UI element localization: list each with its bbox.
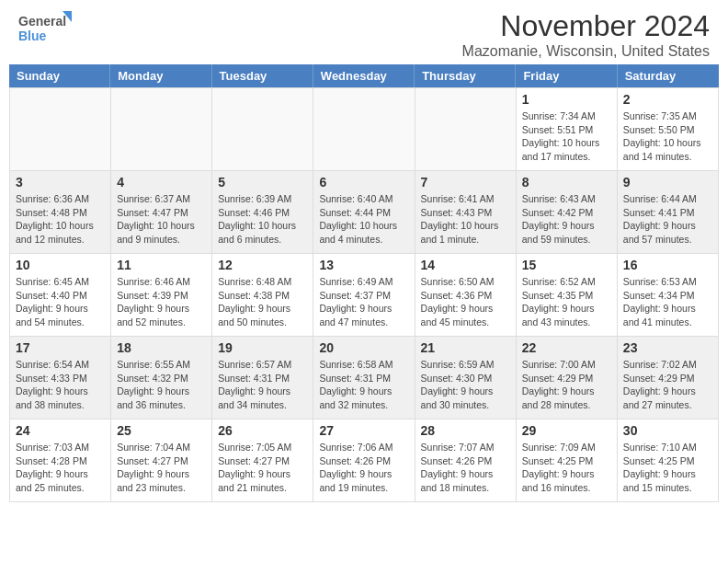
calendar-cell: 22Sunrise: 7:00 AM Sunset: 4:29 PM Dayli… [517,337,618,419]
day-info: Sunrise: 6:49 AM Sunset: 4:37 PM Dayligh… [319,275,408,329]
calendar-cell: 30Sunrise: 7:10 AM Sunset: 4:25 PM Dayli… [618,419,719,502]
day-number: 14 [421,258,510,272]
day-info: Sunrise: 6:57 AM Sunset: 4:31 PM Dayligh… [218,358,307,412]
calendar-cell: 9Sunrise: 6:44 AM Sunset: 4:41 PM Daylig… [618,171,719,254]
day-number: 4 [117,175,206,190]
day-number: 17 [16,340,105,355]
day-info: Sunrise: 6:53 AM Sunset: 4:34 PM Dayligh… [623,275,712,329]
calendar-cell: 19Sunrise: 6:57 AM Sunset: 4:31 PM Dayli… [212,337,313,419]
day-info: Sunrise: 6:58 AM Sunset: 4:31 PM Dayligh… [319,358,408,412]
calendar-cell: 3Sunrise: 6:36 AM Sunset: 4:48 PM Daylig… [10,171,111,254]
day-info: Sunrise: 7:02 AM Sunset: 4:29 PM Dayligh… [623,358,712,412]
day-number: 16 [623,258,712,272]
header-monday: Monday [110,64,211,87]
header-tuesday: Tuesday [212,64,313,87]
logo-svg: General Blue [18,9,74,46]
calendar-cell [10,88,111,171]
calendar-cell: 28Sunrise: 7:07 AM Sunset: 4:26 PM Dayli… [415,419,517,502]
day-number: 26 [218,423,307,438]
day-number: 13 [319,258,408,272]
day-info: Sunrise: 6:46 AM Sunset: 4:39 PM Dayligh… [117,275,206,329]
day-info: Sunrise: 6:36 AM Sunset: 4:48 PM Dayligh… [16,192,105,247]
day-info: Sunrise: 6:59 AM Sunset: 4:30 PM Dayligh… [421,358,510,412]
day-number: 29 [522,423,611,438]
calendar-cell: 21Sunrise: 6:59 AM Sunset: 4:30 PM Dayli… [415,337,517,419]
day-number: 1 [522,92,611,107]
calendar-cell: 1Sunrise: 7:34 AM Sunset: 5:51 PM Daylig… [517,88,618,171]
day-info: Sunrise: 6:48 AM Sunset: 4:38 PM Dayligh… [218,275,307,329]
calendar-cell: 14Sunrise: 6:50 AM Sunset: 4:36 PM Dayli… [415,254,517,337]
calendar-cell: 8Sunrise: 6:43 AM Sunset: 4:42 PM Daylig… [517,171,618,254]
header-saturday: Saturday [618,64,719,87]
day-info: Sunrise: 6:40 AM Sunset: 4:44 PM Dayligh… [319,192,408,247]
calendar-cell [313,88,415,171]
day-info: Sunrise: 6:41 AM Sunset: 4:43 PM Dayligh… [421,192,510,247]
calendar: Sunday Monday Tuesday Wednesday Thursday… [9,64,719,502]
calendar-cell: 23Sunrise: 7:02 AM Sunset: 4:29 PM Dayli… [618,337,719,419]
calendar-cell: 5Sunrise: 6:39 AM Sunset: 4:46 PM Daylig… [212,171,313,254]
calendar-cell: 15Sunrise: 6:52 AM Sunset: 4:35 PM Dayli… [517,254,618,337]
day-info: Sunrise: 7:06 AM Sunset: 4:26 PM Dayligh… [319,441,408,495]
header-wednesday: Wednesday [313,64,415,87]
day-number: 10 [16,258,105,272]
calendar-cell: 17Sunrise: 6:54 AM Sunset: 4:33 PM Dayli… [10,337,111,419]
calendar-cell: 6Sunrise: 6:40 AM Sunset: 4:44 PM Daylig… [313,171,415,254]
calendar-cell: 4Sunrise: 6:37 AM Sunset: 4:47 PM Daylig… [111,171,212,254]
day-info: Sunrise: 6:50 AM Sunset: 4:36 PM Dayligh… [421,275,510,329]
day-info: Sunrise: 6:39 AM Sunset: 4:46 PM Dayligh… [218,192,307,247]
header-thursday: Thursday [415,64,516,87]
day-number: 2 [623,92,712,107]
calendar-cell: 11Sunrise: 6:46 AM Sunset: 4:39 PM Dayli… [111,254,212,337]
calendar-cell: 29Sunrise: 7:09 AM Sunset: 4:25 PM Dayli… [517,419,618,502]
calendar-header: Sunday Monday Tuesday Wednesday Thursday… [9,64,719,87]
day-info: Sunrise: 7:07 AM Sunset: 4:26 PM Dayligh… [421,441,510,495]
day-number: 11 [117,258,206,272]
day-info: Sunrise: 7:09 AM Sunset: 4:25 PM Dayligh… [522,441,611,495]
calendar-cell: 2Sunrise: 7:35 AM Sunset: 5:50 PM Daylig… [618,88,719,171]
page-header: General Blue November 2024 Mazomanie, Wi… [0,0,728,64]
main-title: November 2024 [462,9,710,43]
logo: General Blue [18,9,74,46]
calendar-cell: 16Sunrise: 6:53 AM Sunset: 4:34 PM Dayli… [618,254,719,337]
calendar-cell: 7Sunrise: 6:41 AM Sunset: 4:43 PM Daylig… [415,171,517,254]
day-info: Sunrise: 7:35 AM Sunset: 5:50 PM Dayligh… [623,109,712,164]
day-number: 8 [522,175,611,190]
day-number: 12 [218,258,307,272]
day-number: 6 [319,175,408,190]
day-number: 7 [421,175,510,190]
day-info: Sunrise: 7:34 AM Sunset: 5:51 PM Dayligh… [522,109,611,164]
calendar-cell: 20Sunrise: 6:58 AM Sunset: 4:31 PM Dayli… [313,337,415,419]
calendar-cell: 13Sunrise: 6:49 AM Sunset: 4:37 PM Dayli… [313,254,415,337]
day-number: 22 [522,340,611,355]
day-info: Sunrise: 7:10 AM Sunset: 4:25 PM Dayligh… [623,441,712,495]
calendar-body: 1Sunrise: 7:34 AM Sunset: 5:51 PM Daylig… [9,87,719,502]
day-number: 30 [623,423,712,438]
day-info: Sunrise: 7:04 AM Sunset: 4:27 PM Dayligh… [117,441,206,495]
calendar-cell [111,88,212,171]
day-number: 9 [623,175,712,190]
header-sunday: Sunday [9,64,110,87]
day-number: 3 [16,175,105,190]
day-number: 15 [522,258,611,272]
day-number: 23 [623,340,712,355]
day-info: Sunrise: 7:00 AM Sunset: 4:29 PM Dayligh… [522,358,611,412]
day-number: 27 [319,423,408,438]
day-info: Sunrise: 7:03 AM Sunset: 4:28 PM Dayligh… [16,441,105,495]
header-friday: Friday [516,64,617,87]
day-info: Sunrise: 6:54 AM Sunset: 4:33 PM Dayligh… [16,358,105,412]
day-info: Sunrise: 6:43 AM Sunset: 4:42 PM Dayligh… [522,192,611,247]
day-info: Sunrise: 6:44 AM Sunset: 4:41 PM Dayligh… [623,192,712,247]
page-container: General Blue November 2024 Mazomanie, Wi… [0,0,728,502]
day-info: Sunrise: 7:05 AM Sunset: 4:27 PM Dayligh… [218,441,307,495]
calendar-cell: 27Sunrise: 7:06 AM Sunset: 4:26 PM Dayli… [313,419,415,502]
day-info: Sunrise: 6:45 AM Sunset: 4:40 PM Dayligh… [16,275,105,329]
svg-text:General: General [18,14,66,29]
calendar-cell: 12Sunrise: 6:48 AM Sunset: 4:38 PM Dayli… [212,254,313,337]
calendar-cell: 25Sunrise: 7:04 AM Sunset: 4:27 PM Dayli… [111,419,212,502]
day-number: 20 [319,340,408,355]
day-number: 21 [421,340,510,355]
day-number: 24 [16,423,105,438]
calendar-cell [415,88,517,171]
day-number: 28 [421,423,510,438]
day-number: 5 [218,175,307,190]
